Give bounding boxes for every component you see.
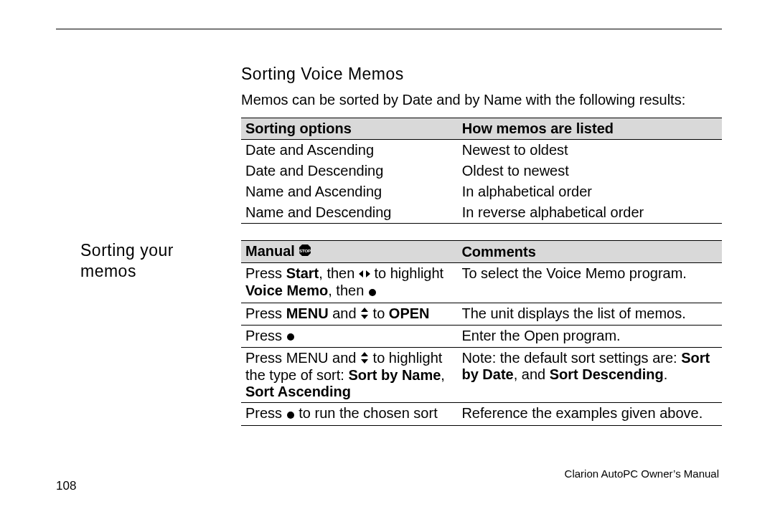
th-how-listed: How memos are listed bbox=[458, 118, 722, 140]
leftright-icon bbox=[359, 266, 370, 282]
text: , and bbox=[514, 366, 550, 382]
bold-text: Sort Ascending bbox=[245, 384, 351, 399]
bold-text: MENU bbox=[286, 305, 329, 321]
cell: The unit displays the list of memos. bbox=[457, 303, 722, 325]
cell: Name and Descending bbox=[241, 202, 458, 224]
cell: Enter the Open program. bbox=[457, 325, 722, 347]
cell: Reference the examples given above. bbox=[457, 403, 722, 425]
text: and bbox=[329, 305, 360, 321]
text: , bbox=[441, 367, 445, 383]
text: . bbox=[664, 366, 668, 382]
page-number: 108 bbox=[56, 479, 76, 493]
cell: Press bbox=[241, 325, 457, 347]
section-title: Sorting Voice Memos bbox=[241, 65, 404, 84]
updown-icon bbox=[360, 306, 369, 323]
svg-marker-5 bbox=[361, 308, 368, 312]
svg-point-10 bbox=[287, 412, 294, 419]
svg-marker-8 bbox=[361, 352, 368, 356]
cell: Press to run the chosen sort bbox=[241, 403, 457, 425]
footer-manual-title: Clarion AutoPC Owner’s Manual bbox=[565, 467, 719, 480]
top-rule bbox=[56, 29, 722, 29]
th-manual-label: Manual bbox=[245, 243, 299, 259]
svg-marker-6 bbox=[361, 315, 368, 319]
updown-icon bbox=[360, 351, 369, 367]
table-row: Press MENU and to OPEN The unit displays… bbox=[241, 303, 722, 325]
text: Press bbox=[245, 405, 286, 421]
svg-point-7 bbox=[287, 333, 294, 341]
text: Press bbox=[245, 265, 286, 281]
dot-icon bbox=[286, 407, 295, 423]
cell: Oldest to newest bbox=[458, 161, 722, 181]
manual-steps-table: Manual STOP Comments Press Start, then t… bbox=[241, 240, 722, 426]
bold-text: Voice Memo bbox=[245, 282, 328, 298]
bold-text: Sort Descending bbox=[550, 366, 664, 382]
cell: Name and Ascending bbox=[241, 181, 458, 202]
table-row: Press to run the chosen sort Reference t… bbox=[241, 403, 722, 425]
manual-page: Sorting Voice Memos Memos can be sorted … bbox=[0, 0, 775, 532]
table-row: Name and AscendingIn alphabetical order bbox=[241, 181, 722, 202]
cell: To select the Voice Memo program. bbox=[457, 263, 722, 303]
svg-marker-9 bbox=[361, 359, 368, 364]
svg-marker-2 bbox=[359, 270, 363, 277]
svg-text:STOP: STOP bbox=[299, 249, 311, 253]
text: , then bbox=[319, 265, 359, 281]
table-header-row: Manual STOP Comments bbox=[241, 241, 722, 263]
th-comments: Comments bbox=[457, 241, 722, 263]
cell: In reverse alphabetical order bbox=[458, 202, 722, 224]
sorting-options-table: Sorting options How memos are listed Dat… bbox=[241, 118, 722, 224]
cell: Date and Descending bbox=[241, 161, 458, 181]
bold-text: Sort by Name bbox=[348, 367, 441, 383]
th-sorting-options: Sorting options bbox=[241, 118, 458, 140]
cell: Press MENU and to highlight the type of … bbox=[241, 348, 457, 403]
bold-text: OPEN bbox=[389, 305, 430, 321]
stop-icon: STOP bbox=[299, 244, 311, 260]
cell: Press MENU and to OPEN bbox=[241, 303, 457, 325]
table-row: Press Start, then to highlight Voice Mem… bbox=[241, 263, 722, 303]
intro-text: Memos can be sorted by Date and by Name … bbox=[241, 92, 715, 108]
dot-icon bbox=[368, 284, 377, 300]
text: Press bbox=[245, 328, 286, 343]
svg-point-4 bbox=[369, 289, 376, 296]
text: Note: the default sort settings are: bbox=[461, 350, 681, 366]
table-row: Press MENU and to highlight the type of … bbox=[241, 348, 722, 403]
table-row: Press Enter the Open program. bbox=[241, 325, 722, 347]
text: , then bbox=[328, 282, 368, 298]
text: to run the chosen sort bbox=[295, 405, 438, 421]
table-row: Date and DescendingOldest to newest bbox=[241, 161, 722, 181]
cell: Press Start, then to highlight Voice Mem… bbox=[241, 263, 457, 303]
table-row: Date and AscendingNewest to oldest bbox=[241, 140, 722, 161]
bold-text: Start bbox=[286, 265, 319, 281]
cell: Note: the default sort settings are: Sor… bbox=[457, 348, 722, 403]
table-header-row: Sorting options How memos are listed bbox=[241, 118, 722, 140]
cell: Date and Ascending bbox=[241, 140, 458, 161]
text: to bbox=[369, 305, 389, 321]
text: to highlight bbox=[370, 265, 443, 281]
th-manual: Manual STOP bbox=[241, 241, 457, 263]
dot-icon bbox=[286, 328, 295, 345]
table-row: Name and DescendingIn reverse alphabetic… bbox=[241, 202, 722, 224]
margin-heading: Sorting your memos bbox=[80, 240, 224, 282]
text: Press MENU and bbox=[245, 350, 360, 366]
cell: Newest to oldest bbox=[458, 140, 722, 161]
text: Press bbox=[245, 305, 286, 321]
cell: In alphabetical order bbox=[458, 181, 722, 202]
